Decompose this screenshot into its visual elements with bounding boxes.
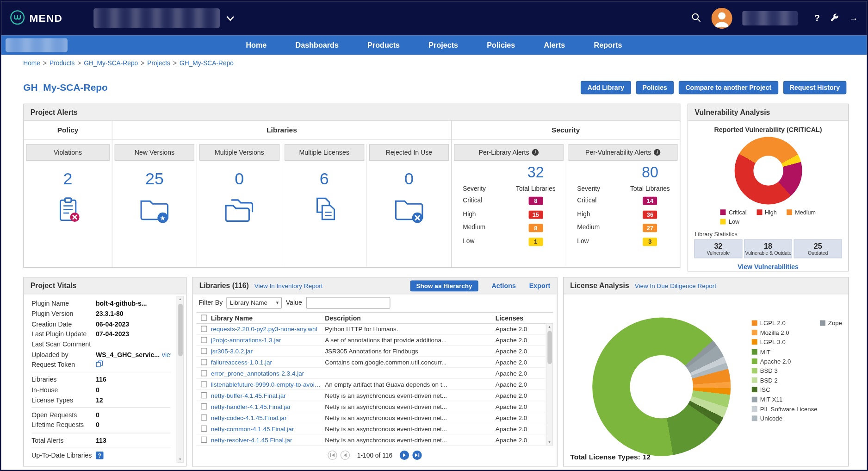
prev-page-button[interactable]: [341, 451, 350, 460]
alert-card-label: New Versions: [115, 144, 195, 161]
filter-value-input[interactable]: [306, 297, 390, 308]
column-library-name[interactable]: Library Name: [211, 314, 325, 322]
row-checkbox[interactable]: [201, 381, 207, 387]
scrollbar-thumb[interactable]: [178, 304, 183, 357]
signout-icon[interactable]: →: [849, 13, 858, 24]
nav-item-home[interactable]: Home: [246, 41, 267, 50]
library-name-link[interactable]: listenablefuture-9999.0-empty-to-avoid-c…: [211, 381, 325, 388]
project-vitals-header: Project Vitals: [24, 277, 186, 294]
breadcrumb-link[interactable]: GH_My-SCA-Repo: [84, 60, 138, 66]
library-name-link[interactable]: j2objc-annotations-1.3.jar: [211, 337, 325, 343]
row-checkbox[interactable]: [201, 414, 207, 421]
nav-item-reports[interactable]: Reports: [594, 41, 622, 50]
libraries-group: Libraries New Versions25★Multiple Versio…: [112, 121, 452, 267]
last-page-button[interactable]: [412, 451, 422, 460]
view-due-diligence-report-link[interactable]: View In Due Diligence Report: [635, 283, 716, 289]
nav-item-policies[interactable]: Policies: [487, 41, 515, 50]
column-description[interactable]: Description: [325, 314, 496, 322]
vitals-scrollbar[interactable]: ▲ ▼: [177, 296, 184, 463]
scroll-up-icon[interactable]: ▲: [548, 325, 551, 328]
libraries-cards: New Versions25★Multiple Versions0Multipl…: [112, 140, 451, 267]
row-checkbox[interactable]: [201, 337, 207, 343]
severity-name: High: [463, 210, 510, 217]
nav-item-dashboards[interactable]: Dashboards: [296, 41, 339, 50]
username-blurred: [743, 11, 798, 25]
row-checkbox[interactable]: [201, 348, 207, 354]
per-library-alerts-card: Per-Library Alertsi32SeverityTotal Libra…: [452, 144, 565, 266]
nav-item-alerts[interactable]: Alerts: [544, 41, 565, 50]
main-nav: HomeDashboardsProductsProjectsPoliciesAl…: [1, 36, 867, 55]
legend-label: LGPL 3.0: [760, 339, 786, 345]
libraries-group-title: Libraries: [112, 121, 451, 140]
next-page-button[interactable]: [400, 451, 409, 460]
row-checkbox[interactable]: [201, 437, 207, 443]
vitals-row: In-House0: [31, 385, 170, 395]
info-icon[interactable]: i: [654, 149, 660, 156]
table-scrollbar[interactable]: ▲ ▼: [546, 324, 553, 446]
help-icon[interactable]: ?: [814, 13, 820, 24]
legend-item-high: High: [756, 209, 777, 215]
library-name-link[interactable]: jsr305-3.0.2.jar: [211, 348, 325, 354]
severity-name: Low: [577, 238, 625, 244]
view-link[interactable]: view: [162, 351, 171, 358]
help-icon[interactable]: ?: [96, 452, 104, 459]
user-avatar[interactable]: [712, 8, 732, 29]
library-name-link[interactable]: failureaccess-1.0.1.jar: [211, 359, 325, 365]
breadcrumb-link[interactable]: GH_My-SCA-Repo: [180, 60, 234, 66]
library-name-link[interactable]: netty-buffer-4.1.45.Final.jar: [211, 392, 325, 398]
compare-to-another-project-button[interactable]: Compare to another Project: [679, 81, 778, 94]
copy-icon[interactable]: [96, 360, 103, 369]
library-description: A set of annotations that provide additi…: [325, 337, 496, 343]
search-icon[interactable]: [691, 12, 701, 25]
row-checkbox[interactable]: [201, 403, 207, 409]
scroll-up-icon[interactable]: ▲: [179, 297, 182, 301]
library-name-link[interactable]: netty-handler-4.1.45.Final.jar: [211, 403, 325, 409]
nav-item-projects[interactable]: Projects: [428, 41, 458, 50]
library-name-link[interactable]: requests-2.20.0-py2.py3-none-any.whl: [211, 326, 325, 332]
nav-item-products[interactable]: Products: [367, 41, 400, 50]
request-history-button[interactable]: Request History: [783, 81, 846, 94]
breadcrumb-link[interactable]: Projects: [147, 60, 170, 66]
policies-button[interactable]: Policies: [636, 81, 674, 94]
breadcrumb-link[interactable]: Home: [23, 60, 40, 66]
column-licenses[interactable]: Licenses: [496, 314, 546, 322]
row-checkbox[interactable]: [201, 359, 207, 365]
vitals-row: License Types12: [31, 395, 170, 405]
info-icon[interactable]: i: [532, 149, 539, 156]
actions-menu[interactable]: Actions: [491, 282, 516, 289]
library-name-link[interactable]: netty-resolver-4.1.45.Final.jar: [211, 436, 325, 443]
mend-application: MEND ?: [0, 0, 868, 471]
library-name-link[interactable]: error_prone_annotations-2.3.4.jar: [211, 370, 325, 377]
scroll-down-icon[interactable]: ▼: [548, 440, 551, 444]
first-page-button[interactable]: [328, 451, 337, 460]
table-row: netty-resolver-4.1.45.Final.jarNetty is …: [197, 434, 546, 446]
row-checkbox[interactable]: [201, 370, 207, 376]
org-selector[interactable]: [93, 8, 234, 28]
row-checkbox[interactable]: [201, 392, 207, 398]
row-checkbox[interactable]: [201, 426, 207, 432]
scrollbar-thumb[interactable]: [547, 331, 552, 364]
library-statistics: 32Vulnerable18Vulnerable & Outdated25Out…: [688, 239, 848, 258]
alert-card-count: 6: [320, 170, 329, 188]
filter-by-label: Filter By: [199, 299, 223, 307]
row-checkbox[interactable]: [201, 326, 207, 332]
add-library-button[interactable]: Add Library: [581, 81, 631, 94]
select-all-checkbox[interactable]: [201, 315, 207, 321]
brand[interactable]: MEND: [10, 10, 63, 27]
library-name-link[interactable]: netty-common-4.1.45.Final.jar: [211, 425, 325, 432]
legend-swatch: [752, 377, 757, 383]
show-as-hierarchy-button[interactable]: Show as Hierarchy: [410, 280, 478, 291]
scroll-down-icon[interactable]: ▼: [179, 458, 182, 461]
libraries-panel: Libraries (116) View In Inventory Report…: [192, 277, 558, 466]
library-name-link[interactable]: netty-codec-4.1.45.Final.jar: [211, 414, 325, 421]
security-group-title: Security: [452, 121, 680, 140]
vitals-row: Creation Date06-04-2023: [31, 319, 170, 329]
breadcrumb-link[interactable]: Products: [50, 60, 74, 66]
alert-card-count: 0: [404, 170, 414, 188]
view-vulnerabilities-link[interactable]: View Vulnerabilities: [688, 263, 848, 271]
filter-field-select[interactable]: Library Name ▾: [227, 297, 282, 308]
export-button[interactable]: Export: [529, 282, 550, 289]
wrench-icon[interactable]: [830, 13, 839, 24]
view-inventory-report-link[interactable]: View In Inventory Report: [254, 283, 323, 289]
vitals-label: Creation Date: [31, 320, 96, 328]
